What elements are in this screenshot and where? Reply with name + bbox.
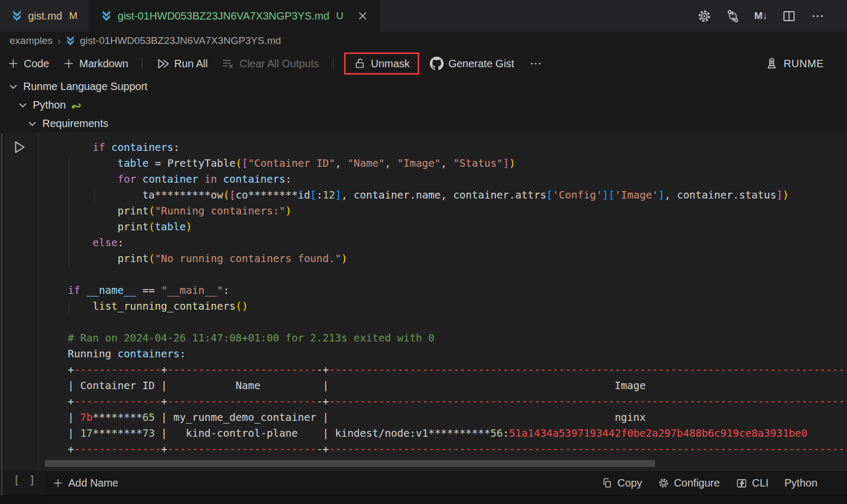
- tab-gist-md[interactable]: gist.md M: [0, 0, 89, 32]
- plus-icon: [52, 478, 64, 489]
- code-line: print("No running containers found."): [68, 251, 847, 267]
- chevron-down-icon: [18, 101, 28, 110]
- cell-focus-indicator: [1, 133, 3, 496]
- code-line: list_running_containers(): [68, 299, 847, 314]
- settings-gear-icon[interactable]: [697, 9, 711, 23]
- markdown-file-icon: [66, 35, 75, 46]
- clear-all-outputs-button[interactable]: Clear All Outputs: [221, 57, 319, 70]
- tree-item-label: Requirements: [42, 118, 109, 130]
- runme-logo-icon: [765, 57, 778, 70]
- clear-all-label: Clear All Outputs: [239, 58, 319, 70]
- copy-icon: [601, 478, 612, 489]
- add-code-cell-button[interactable]: Code: [7, 58, 49, 70]
- tree-item-label: Python: [33, 99, 66, 111]
- breadcrumb-separator: ›: [57, 35, 61, 47]
- cell-brackets-indicator: [ ]: [13, 474, 37, 487]
- code-line: | Container ID | Name | Image: [68, 378, 847, 394]
- clear-outputs-icon: [221, 57, 235, 70]
- add-name-button[interactable]: Add Name: [52, 477, 119, 489]
- run-all-label: Run All: [174, 58, 208, 70]
- tab-bar: gist.md M gist-01HWD053BZ23JN6VA7X3NGP3Y…: [0, 0, 847, 32]
- code-editor[interactable]: if containers: table = PrettyTable(["Con…: [39, 132, 847, 461]
- git-compare-icon[interactable]: [726, 9, 740, 23]
- code-line: else:: [68, 235, 847, 251]
- more-actions-icon[interactable]: [529, 57, 543, 70]
- copy-label: Copy: [617, 477, 642, 489]
- code-line: Running containers:: [68, 346, 847, 362]
- copy-button[interactable]: Copy: [601, 477, 642, 489]
- code-line: # Ran on 2024-04-26 11:47:08+01:00 for 2…: [68, 330, 847, 346]
- tab-label: gist-01HWD053BZ23JN6VA7X3NGP3YS.md: [118, 10, 329, 22]
- unlock-icon: [354, 57, 366, 70]
- code-lines: if containers: table = PrettyTable(["Con…: [68, 140, 847, 314]
- tree-item-requirements[interactable]: Requirements: [0, 114, 847, 133]
- add-name-label: Add Name: [68, 477, 119, 489]
- run-all-icon: [156, 57, 169, 70]
- toolbar-divider: [142, 57, 142, 70]
- editor-actions: M↓: [697, 0, 847, 32]
- plus-icon: [63, 58, 75, 69]
- unmask-label: Unmask: [371, 58, 410, 70]
- code-line: print("Running containers:"): [68, 203, 847, 219]
- cell-output: # Ran on 2024-04-26 11:47:08+01:00 for 2…: [68, 330, 847, 457]
- window-bottom-edge: [0, 496, 847, 504]
- runme-label: RUNME: [783, 58, 824, 70]
- cli-icon: [736, 478, 747, 489]
- chevron-down-icon: [8, 82, 18, 92]
- notebook-toolbar: Code Markdown Run All Clear All Outputs …: [0, 50, 847, 77]
- tab-label: gist.md: [28, 10, 62, 22]
- run-all-button[interactable]: Run All: [156, 57, 208, 70]
- gear-icon: [658, 478, 669, 489]
- tab-modified-badge: M: [69, 10, 77, 22]
- code-line: if __name__ == "__main__":: [68, 283, 847, 299]
- breadcrumb-folder[interactable]: examples: [10, 35, 52, 47]
- runme-brand: RUNME: [765, 57, 847, 70]
- cell-footer-bar: Add Name Copy Configure CLI Python: [45, 470, 847, 496]
- indent-guide: [94, 188, 95, 204]
- horizontal-scrollbar[interactable]: [45, 460, 655, 467]
- tab-untracked-badge: U: [336, 10, 344, 22]
- code-line: for container in containers:: [68, 172, 847, 187]
- split-editor-icon[interactable]: [782, 9, 796, 23]
- markdown-preview-icon[interactable]: M↓: [754, 10, 768, 22]
- code-line: | 17********73 | kind-control-plane | ki…: [68, 426, 847, 442]
- generate-gist-button[interactable]: Generate Gist: [430, 57, 515, 70]
- markdown-file-icon: [101, 10, 112, 22]
- unmask-button[interactable]: Unmask: [344, 52, 419, 75]
- generate-gist-label: Generate Gist: [448, 58, 515, 70]
- run-cell-button[interactable]: [12, 140, 26, 155]
- code-line: [68, 267, 847, 283]
- add-code-label: Code: [24, 58, 49, 70]
- breadcrumb: examples › gist-01HWD053BZ23JN6VA7X3NGP3…: [0, 32, 847, 50]
- chevron-down-icon: [28, 119, 37, 129]
- markdown-file-icon: [12, 10, 22, 22]
- add-markdown-cell-button[interactable]: Markdown: [63, 58, 128, 70]
- tree-item-label: Runme Language Support: [23, 80, 148, 93]
- code-line: if containers:: [68, 140, 847, 156]
- indent-guide: [69, 300, 69, 314]
- cell-language-indicator[interactable]: Python: [785, 477, 817, 489]
- close-tab-icon[interactable]: [357, 10, 368, 22]
- code-line: | 7b********65 | my_runme_demo_container…: [68, 410, 847, 426]
- github-icon: [430, 57, 444, 70]
- code-line: print(table): [68, 219, 847, 235]
- tree-item-python[interactable]: Python: [0, 96, 847, 114]
- configure-button[interactable]: Configure: [658, 477, 720, 489]
- breadcrumb-file[interactable]: gist-01HWD053BZ23JN6VA7X3NGP3YS.md: [80, 35, 281, 47]
- cli-button[interactable]: CLI: [736, 477, 769, 489]
- configure-label: Configure: [674, 477, 720, 489]
- code-line: table = PrettyTable(["Container ID", "Na…: [68, 156, 847, 172]
- code-line: +--------------+------------------------…: [68, 442, 847, 457]
- plus-icon: [7, 58, 19, 69]
- outline-tree: Runme Language Support Python Requiremen…: [0, 77, 847, 133]
- more-actions-icon[interactable]: [810, 9, 825, 23]
- code-line: +--------------+------------------------…: [68, 362, 847, 378]
- cli-label: CLI: [752, 477, 769, 489]
- tree-item-runme-language-support[interactable]: Runme Language Support: [0, 77, 847, 96]
- snake-emoji-icon: [71, 101, 83, 110]
- code-line: +--------------+------------------------…: [68, 394, 847, 410]
- indent-guide: [69, 157, 69, 267]
- code-line: ta*********ow([co********id[:12], contai…: [68, 187, 847, 203]
- tab-gist-long-md[interactable]: gist-01HWD053BZ23JN6VA7X3NGP3YS.md U: [89, 0, 380, 32]
- add-markdown-label: Markdown: [79, 58, 128, 70]
